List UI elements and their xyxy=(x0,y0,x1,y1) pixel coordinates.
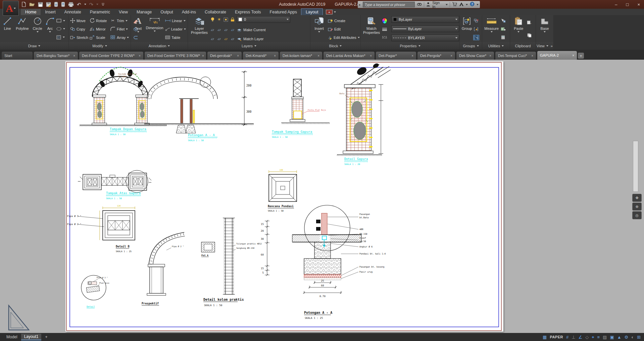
panel-label-properties[interactable]: Properties xyxy=(361,42,459,50)
layer-isolate-icon[interactable] xyxy=(223,17,229,22)
layer-prev-icon[interactable]: ▱ xyxy=(230,37,235,41)
close-tab-icon[interactable]: × xyxy=(411,54,413,58)
quick-select-icon[interactable] xyxy=(500,18,506,23)
arc-button[interactable]: Arc xyxy=(44,16,56,42)
copy-clip-icon[interactable] xyxy=(527,33,532,38)
infocenter-collapse-icon[interactable]: ▸ xyxy=(359,3,361,6)
ribbon-tab-insert[interactable]: Insert xyxy=(41,9,60,15)
layer-properties-button[interactable]: Layer Properties xyxy=(189,16,210,42)
rectangle-tool-icon[interactable] xyxy=(56,18,67,23)
close-tab-icon[interactable]: × xyxy=(274,54,276,58)
zoom-tool-button[interactable]: ⊕ xyxy=(632,203,642,211)
pan-tool-button[interactable]: ✥ xyxy=(632,194,642,202)
ribbon-tab-express-tools[interactable]: Express Tools xyxy=(231,9,265,15)
file-tab[interactable]: Det-Show Case*× xyxy=(456,51,494,60)
file-tab[interactable]: Det-kolam taman*× xyxy=(280,51,323,60)
linetype-dropdown[interactable]: BYLAYER xyxy=(391,35,459,41)
leader-button[interactable]: Leader xyxy=(165,27,186,31)
selection-cycling-icon[interactable]: ▣ xyxy=(610,335,614,339)
ribbon-display-caret-icon[interactable] xyxy=(334,11,336,13)
file-tab[interactable]: Det-Tempat Cuci*× xyxy=(495,51,536,60)
file-tab[interactable]: Det-Lantai Area Makan*× xyxy=(323,51,375,60)
layer-select-dropdown[interactable]: 0 xyxy=(237,16,290,23)
ribbon-tab-home[interactable]: Home xyxy=(21,9,41,15)
new-layout-button[interactable]: + xyxy=(42,334,50,340)
close-tab-icon[interactable]: × xyxy=(489,54,491,58)
close-tab-icon[interactable]: × xyxy=(139,54,141,58)
file-tab[interactable]: Det-gerobak*× xyxy=(207,51,242,60)
ribbon-tab-layout[interactable]: Layout xyxy=(301,9,323,15)
panel-label-modify[interactable]: Modify xyxy=(69,42,131,50)
base-button[interactable]: Base xyxy=(537,16,552,42)
close-tab-icon[interactable]: × xyxy=(202,54,204,58)
layer-lock-icon[interactable] xyxy=(230,17,235,22)
quick-calculator-icon[interactable] xyxy=(500,35,506,40)
panel-label-groups[interactable]: Groups xyxy=(460,42,482,50)
edit-attributes-button[interactable]: Edit Attributes xyxy=(328,35,358,40)
match-properties-button[interactable]: Match Properties xyxy=(362,16,381,42)
ribbon-tab-annotate[interactable]: Annotate xyxy=(60,9,86,15)
paste-button[interactable]: Paste xyxy=(511,16,526,42)
annotation-scale-icon[interactable]: ▲ xyxy=(617,335,622,339)
undo-icon[interactable]: ↶ xyxy=(77,2,81,7)
paper-space-label[interactable]: PAPER xyxy=(550,335,563,339)
ribbon-tab-featured-apps[interactable]: Featured Apps xyxy=(265,9,301,15)
circle-button[interactable]: Circle xyxy=(31,16,44,42)
file-tab[interactable]: Det-Bangku Taman*× xyxy=(34,51,78,60)
mirror-button[interactable]: Mirror xyxy=(89,27,110,32)
save-as-icon[interactable] xyxy=(46,2,51,7)
array-button[interactable]: Array xyxy=(110,35,132,40)
lineweight-dropdown[interactable]: ByLayer xyxy=(391,25,459,32)
panel-label-block[interactable]: Block xyxy=(310,42,360,50)
make-current-button[interactable]: Make Current xyxy=(243,28,266,32)
color-wheel-icon[interactable] xyxy=(382,18,387,23)
app-store-cart-icon[interactable] xyxy=(452,2,457,8)
object-snap-icon[interactable]: ⌖ xyxy=(592,335,594,339)
cut-icon[interactable]: ✂ xyxy=(527,20,532,25)
ribbon-tab-manage[interactable]: Manage xyxy=(132,9,156,15)
file-tab-active[interactable]: GAPURA-2× xyxy=(537,51,577,60)
scale-button[interactable]: Scale xyxy=(89,35,110,40)
new-file-icon[interactable] xyxy=(21,2,26,7)
measure-button[interactable]: Measure xyxy=(483,16,500,42)
layer-merge-icon[interactable]: ▱ xyxy=(210,37,215,41)
ribbon-tab-collaborate[interactable]: Collaborate xyxy=(200,9,231,15)
group-edit-icon[interactable] xyxy=(474,27,479,32)
ortho-icon[interactable]: ⊥ xyxy=(572,335,575,339)
ribbon-tab-parametric[interactable]: Parametric xyxy=(86,9,114,15)
help-caret-icon[interactable] xyxy=(477,4,479,5)
snap-icon[interactable]: # xyxy=(566,335,568,339)
app-menu-button[interactable]: A xyxy=(3,1,19,16)
polar-tracking-icon[interactable]: ∠ xyxy=(579,335,583,339)
annotation-monitor-icon[interactable]: ◐ xyxy=(631,335,634,339)
layer-off-icon[interactable]: ▱ xyxy=(210,27,215,32)
redo-icon[interactable]: ↷ xyxy=(89,2,94,7)
panel-label-annotation[interactable]: Annotation xyxy=(131,42,188,50)
rotate-button[interactable]: Rotate xyxy=(89,18,110,23)
file-tab-start[interactable]: Start xyxy=(1,51,33,60)
undo-caret-icon[interactable] xyxy=(84,4,86,5)
layer-delete-icon[interactable]: ▱ xyxy=(216,37,222,41)
redo-caret-icon[interactable] xyxy=(96,4,98,5)
close-button[interactable]: × xyxy=(637,2,640,7)
lineweight-list-icon[interactable] xyxy=(382,27,387,32)
exchange-caret-icon[interactable] xyxy=(466,4,468,5)
group-button[interactable]: Group xyxy=(461,16,473,42)
panel-label-clipboard[interactable]: Clipboard xyxy=(510,42,536,50)
close-tab-icon[interactable]: × xyxy=(370,54,372,58)
save-web-mobile-icon[interactable] xyxy=(61,2,65,7)
text-button[interactable]: A Text xyxy=(132,16,145,42)
sign-in-caret-icon[interactable] xyxy=(446,4,448,5)
ellipse-tool-icon[interactable] xyxy=(56,27,67,31)
close-tab-icon[interactable]: × xyxy=(572,54,574,57)
panel-label-view[interactable]: View» xyxy=(536,42,553,50)
lineweight-icon[interactable]: ≡ xyxy=(597,335,600,339)
file-tab[interactable]: Det-Food Center TYPE 2 ROW*× xyxy=(79,51,144,60)
file-tab[interactable]: Det-Food Center TYPE 3 ROW*× xyxy=(144,51,206,60)
ungroup-icon[interactable] xyxy=(474,18,479,23)
stretch-button[interactable]: Stretch xyxy=(70,35,89,40)
grid-icon[interactable]: ▦ xyxy=(543,335,547,339)
model-tab[interactable]: Model xyxy=(3,334,20,340)
move-button[interactable]: Move xyxy=(70,18,89,23)
hatch-tool-icon[interactable] xyxy=(56,35,67,40)
